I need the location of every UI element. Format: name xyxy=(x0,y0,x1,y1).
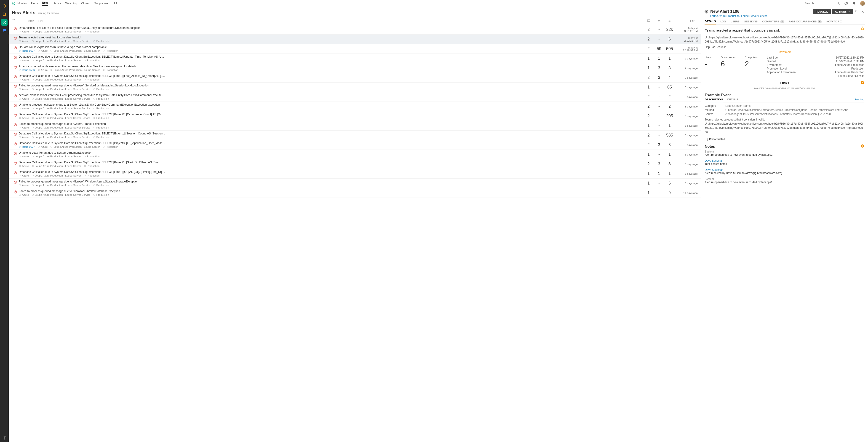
alert-row[interactable]: An error occurred while executing the co… xyxy=(9,63,701,73)
alert-row[interactable]: Database Call failed due to System.Data.… xyxy=(9,169,701,179)
tab-closed[interactable]: Closed xyxy=(81,2,90,5)
alert-row[interactable]: Database Call failed due to System.Data.… xyxy=(9,73,701,83)
col-computers: 1 xyxy=(643,152,654,157)
alert-row[interactable]: Failed to process queued message due to … xyxy=(9,179,701,188)
svg-rect-123 xyxy=(93,194,95,196)
svg-line-132 xyxy=(707,10,708,11)
svg-rect-57 xyxy=(93,89,95,90)
app-tag: Loupe Azure Production - Loupe Server Se… xyxy=(32,136,91,139)
env-tag: Production xyxy=(84,78,99,81)
header-users-icon xyxy=(654,19,664,23)
svg-rect-121 xyxy=(19,194,21,196)
issue-link[interactable]: Issue 5677 xyxy=(19,145,35,148)
tab-computers[interactable]: COMPUTERS2 xyxy=(762,20,784,25)
col-count: 6 xyxy=(664,181,675,186)
detail-panel: New Alert 1106 Loupe Azure Production: L… xyxy=(701,7,868,442)
rail-item-monitor[interactable] xyxy=(1,19,7,26)
alert-row[interactable]: Database Call failed due to System.Data.… xyxy=(9,111,701,121)
alert-row[interactable]: Database Call failed due to System.Data.… xyxy=(9,130,701,140)
col-computers: 2 xyxy=(643,143,654,147)
svg-rect-51 xyxy=(84,79,86,80)
desc-line-2: Http BadRequest: xyxy=(705,45,864,49)
alert-row[interactable]: Unable to process notifications due to a… xyxy=(9,102,701,111)
expand-button[interactable] xyxy=(854,9,859,14)
tab-sessions[interactable]: SESSIONS xyxy=(744,20,757,25)
svg-rect-85 xyxy=(19,137,21,138)
select-all-checkbox[interactable] xyxy=(12,19,15,22)
svg-rect-67 xyxy=(19,108,21,109)
tab-suppressed[interactable]: Suppressed xyxy=(94,2,110,5)
crumb-new[interactable]: New xyxy=(42,1,48,6)
issue-link[interactable]: Issue 5697 xyxy=(19,49,35,52)
tab-how-to-fix[interactable]: HOW TO FIX xyxy=(827,20,842,25)
tenant-tag: Azure xyxy=(19,174,29,177)
note-author[interactable]: Dave Sussman xyxy=(705,168,864,172)
actions-button[interactable]: ACTIONS xyxy=(832,9,853,14)
rail-item-2[interactable] xyxy=(1,11,7,18)
resolve-button[interactable]: RESOLVE xyxy=(813,9,831,14)
alert-row[interactable]: Teams rejected a request that it conside… xyxy=(9,34,701,44)
rail-item-1[interactable] xyxy=(1,3,7,9)
user-avatar[interactable] xyxy=(860,1,865,6)
search-input[interactable] xyxy=(805,2,832,5)
tab-active[interactable]: Active xyxy=(54,2,61,5)
col-count: 65 xyxy=(664,85,675,90)
tab-details[interactable]: DETAILS xyxy=(705,20,716,25)
alert-row[interactable]: Database Call failed due to System.Data.… xyxy=(9,140,701,150)
view-log-link[interactable]: View Log xyxy=(854,98,864,102)
tab-log[interactable]: LOG xyxy=(720,20,726,25)
alert-row[interactable]: Data Access Files.Store File Failed due … xyxy=(9,25,701,34)
issue-link[interactable]: Issue 5556 xyxy=(19,68,35,71)
alert-row[interactable]: Database Call failed due to System.Data.… xyxy=(9,54,701,63)
svg-rect-38 xyxy=(32,60,34,61)
note-item: Dave SussmanAlert resolved by Dave Sussm… xyxy=(705,168,864,175)
bell-icon[interactable] xyxy=(852,1,856,5)
col-users: 3 xyxy=(654,66,664,70)
tab-past-occurrences[interactable]: PAST OCCURRENCES6 xyxy=(789,20,822,25)
rail-item-settings[interactable] xyxy=(1,435,7,441)
svg-rect-21 xyxy=(84,31,86,32)
subtab-description[interactable]: DESCRIPTION xyxy=(705,98,723,102)
svg-rect-79 xyxy=(19,127,21,128)
alert-row[interactable]: Failed to process queued message due to … xyxy=(9,121,701,130)
alert-row[interactable]: Database Call failed due to System.Data.… xyxy=(9,159,701,169)
col-last: 6 days ago xyxy=(675,170,698,177)
col-computers: 2 xyxy=(643,133,654,138)
alert-row[interactable]: sessionEvent sessionEventNew Event proce… xyxy=(9,92,701,102)
show-more-link[interactable]: Show more xyxy=(705,51,864,54)
subtab-details[interactable]: DETAILS xyxy=(727,98,738,102)
app-tag: Loupe Azure Production - Loupe Server Se… xyxy=(32,184,91,186)
tab-all[interactable]: All xyxy=(114,2,117,5)
note-author[interactable]: Dave Sussman xyxy=(705,159,864,163)
alert-title: An error occurred while executing the co… xyxy=(19,65,643,68)
alert-row[interactable]: Unable to Load Tenant due to System.Argu… xyxy=(9,150,701,159)
tab-watching[interactable]: Watching xyxy=(65,2,77,5)
detail-subtitle-link[interactable]: Loupe Azure Production: Loupe Server Ser… xyxy=(710,14,813,18)
env-tag: Production xyxy=(93,136,109,139)
alert-icon xyxy=(12,93,17,100)
tab-users[interactable]: USERS xyxy=(731,20,740,25)
note-author: System xyxy=(705,177,864,181)
alert-row[interactable]: Failed to process queued message due to … xyxy=(9,188,701,198)
preformatted-checkbox[interactable] xyxy=(705,138,708,141)
svg-rect-50 xyxy=(32,79,34,80)
event-source-k: Source xyxy=(705,113,725,116)
star-button[interactable] xyxy=(861,27,864,30)
alert-row[interactable]: Failed to process queued message due to … xyxy=(9,83,701,92)
search-icon[interactable] xyxy=(836,1,840,5)
svg-point-124 xyxy=(706,11,707,12)
svg-rect-104 xyxy=(32,166,34,167)
crumb-monitor[interactable]: Monitor xyxy=(18,2,27,5)
add-note-button[interactable] xyxy=(861,144,864,149)
detail-title: New Alert 1106 xyxy=(704,9,813,14)
event-category-k: Category xyxy=(705,104,725,108)
stat-users-label: Users xyxy=(705,56,712,59)
add-link-button[interactable] xyxy=(861,81,864,86)
rail-item-chat[interactable] xyxy=(1,27,7,34)
svg-rect-74 xyxy=(32,118,34,119)
crumb-alerts[interactable]: Alerts xyxy=(31,2,38,5)
alert-row[interactable]: DbSortClause expressions must have a typ… xyxy=(9,44,701,54)
help-icon[interactable] xyxy=(844,1,848,5)
svg-rect-61 xyxy=(19,98,21,99)
close-button[interactable] xyxy=(860,9,865,14)
